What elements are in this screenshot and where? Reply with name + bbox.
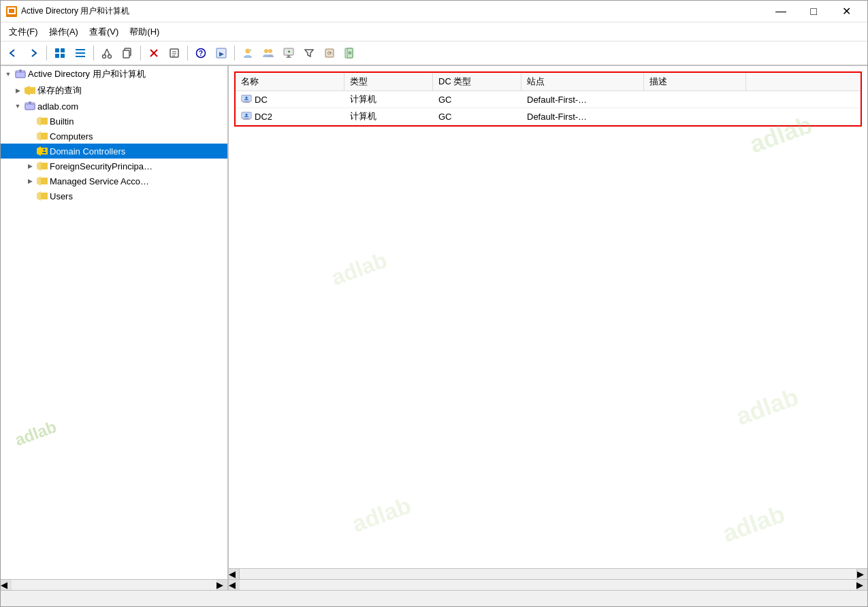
svg-rect-2 (9, 9, 14, 13)
right-scroll-right[interactable]: ▶ (856, 580, 867, 590)
cell-dc-dctype: GC (433, 93, 521, 107)
tree-users-label: Users (50, 191, 73, 201)
right-scroll-track (240, 580, 856, 590)
svg-point-43 (19, 69, 22, 72)
separator-1 (46, 46, 47, 61)
tree-item-adlab[interactable]: ▼ adlab.com (1, 99, 227, 114)
tree-item-foreign[interactable]: ▶ ForeignSecurityPrincipa… (1, 159, 227, 174)
svg-text:⊕: ⊕ (348, 50, 352, 55)
svg-rect-46 (25, 104, 35, 110)
tree-scroll-right[interactable]: ▶ (216, 580, 227, 590)
cell-dc2-site: Default-First-… (521, 110, 644, 124)
right-scrollbar[interactable]: ◀ ▶ (229, 568, 867, 579)
svg-rect-32 (287, 55, 290, 57)
refresh-button[interactable]: ⟳ (320, 44, 339, 63)
tree-scroll-track (12, 580, 216, 590)
col-header-site[interactable]: 站点 (521, 73, 644, 91)
tree-computers-label: Computers (50, 131, 93, 142)
status-bar (1, 590, 867, 606)
toolbar: ? ▶ + (1, 42, 867, 66)
copy-button[interactable] (118, 44, 137, 63)
dc2-computer-icon (241, 111, 252, 122)
tree-foreign-label: ForeignSecurityPrincipa… (50, 161, 152, 171)
svg-text:▶: ▶ (219, 50, 224, 57)
col-header-desc[interactable]: 描述 (644, 73, 746, 91)
forward-button[interactable] (24, 44, 43, 63)
tree-bottom-scroll[interactable]: ◀ ▶ (1, 580, 229, 590)
main-content: ▼ Active Directory 用户和计算机 ▶ (1, 66, 867, 579)
table-row[interactable]: DC2 计算机 GC Default-First-… (236, 108, 861, 125)
table-row[interactable]: DC 计算机 GC Default-First-… (236, 91, 861, 108)
scroll-left-btn[interactable]: ◀ (229, 569, 240, 579)
right-hscroll[interactable]: ◀ ▶ (229, 580, 867, 590)
properties-button[interactable] (165, 44, 184, 63)
main-table: 名称 类型 DC 类型 站点 描述 (234, 71, 862, 127)
svg-text:✦: ✦ (287, 50, 291, 54)
tree-root[interactable]: ▼ Active Directory 用户和计算机 (1, 66, 227, 82)
back-button[interactable] (3, 44, 22, 63)
toolbar-btn-5[interactable]: ▶ (212, 44, 231, 63)
svg-rect-8 (76, 52, 85, 54)
cell-dc2-dctype: GC (433, 110, 521, 124)
new-user-button[interactable]: + (238, 44, 257, 63)
root-expand-icon: ▼ (3, 69, 13, 79)
cell-dc-site: Default-First-… (521, 93, 644, 107)
help-button[interactable]: ? (191, 44, 210, 63)
filter-button[interactable] (300, 44, 319, 63)
svg-text:⟳: ⟳ (327, 50, 332, 56)
managed-expand: ▶ (25, 176, 35, 186)
main-window: Active Directory 用户和计算机 — □ ✕ 文件(F) 操作(A… (0, 0, 868, 607)
adlab-expand: ▼ (13, 101, 22, 111)
foreign-expand: ▶ (25, 161, 35, 171)
svg-rect-63 (244, 118, 248, 119)
svg-point-11 (108, 55, 112, 59)
users-icon (37, 191, 48, 201)
table-header: 名称 类型 DC 类型 站点 描述 (236, 73, 861, 91)
app-icon (6, 6, 17, 17)
col-header-type[interactable]: 类型 (344, 73, 433, 91)
new-group-button[interactable] (259, 44, 278, 63)
tree-item-domain-controllers[interactable]: ▶ Domain Controllers (1, 144, 227, 159)
tree-item-users[interactable]: ▶ Users (1, 188, 227, 203)
tree-item-computers[interactable]: ▶ Computers (1, 129, 227, 144)
svg-rect-53 (41, 178, 48, 184)
delete-button[interactable] (144, 44, 163, 63)
svg-rect-4 (61, 48, 65, 52)
right-scroll-left[interactable]: ◀ (229, 580, 240, 590)
svg-point-62 (246, 114, 248, 116)
svg-rect-33 (286, 57, 291, 58)
cell-dc2-type: 计算机 (344, 108, 433, 125)
cell-dc-desc (644, 97, 746, 101)
view-button[interactable] (50, 44, 69, 63)
svg-point-47 (29, 101, 31, 104)
svg-rect-59 (243, 102, 250, 103)
separator-2 (93, 46, 94, 61)
minimize-button[interactable]: — (765, 1, 797, 22)
tree-item-managed[interactable]: ▶ Managed Service Acco… (1, 174, 227, 188)
scroll-right-btn[interactable]: ▶ (856, 569, 867, 579)
cell-dc2-desc (644, 114, 746, 118)
svg-point-29 (264, 49, 268, 53)
maximize-button[interactable]: □ (798, 1, 829, 22)
tree-managed-label: Managed Service Acco… (50, 176, 149, 186)
details-view-button[interactable] (71, 44, 90, 63)
tree-item-saved-queries[interactable]: ▶ 保存的查询 (1, 82, 227, 99)
menu-action[interactable]: 操作(A) (44, 23, 84, 41)
tree-scroll-left[interactable]: ◀ (1, 580, 12, 590)
adlab-icon (25, 101, 35, 112)
menu-help[interactable]: 帮助(H) (124, 23, 165, 41)
col-header-dctype[interactable]: DC 类型 (433, 73, 521, 91)
close-button[interactable]: ✕ (831, 1, 862, 22)
svg-rect-49 (41, 133, 48, 140)
svg-rect-52 (41, 163, 48, 169)
menu-view[interactable]: 查看(V) (84, 23, 124, 41)
cut-button[interactable] (97, 44, 116, 63)
menu-file[interactable]: 文件(F) (3, 23, 44, 41)
col-header-name[interactable]: 名称 (236, 73, 344, 91)
tree-item-builtin[interactable]: ▶ Builtin (1, 114, 227, 129)
empty-area (229, 132, 867, 568)
new-computer-button[interactable]: ✦ (279, 44, 298, 63)
export-button[interactable]: ⊕ (340, 44, 359, 63)
svg-rect-5 (55, 54, 59, 58)
dc-computer-icon (241, 94, 252, 105)
